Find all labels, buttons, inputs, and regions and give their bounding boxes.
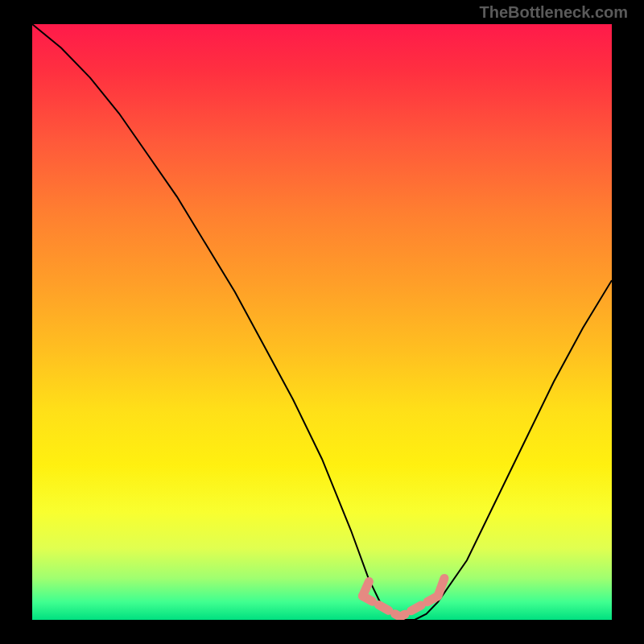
bottleneck-curve	[32, 24, 612, 620]
chart-svg	[32, 24, 612, 620]
chart-area	[32, 24, 612, 620]
valley-markers	[362, 578, 444, 617]
watermark-text: TheBottleneck.com	[480, 3, 628, 22]
valley-side-marker	[438, 578, 444, 596]
valley-side-marker	[362, 581, 369, 596]
